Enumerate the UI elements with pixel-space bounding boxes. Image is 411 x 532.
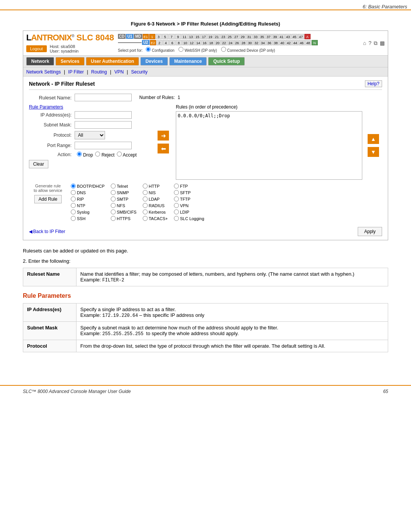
move-down-button[interactable]: ▼ [368,147,379,157]
service-bootpdhcp[interactable]: BOOTP/DHCP [71,184,105,189]
config-radio[interactable] [146,47,151,52]
service-nis[interactable]: NIS [143,190,168,195]
port-9[interactable]: 9 [175,34,181,39]
tab-quick-setup[interactable]: Quick Setup [208,57,245,66]
reject-radio-label[interactable]: Reject [95,152,114,158]
config-radio-label[interactable]: Configuration [146,48,174,53]
service-https[interactable]: HTTPS [111,216,137,221]
port-45[interactable]: 45 [292,34,298,39]
port-48[interactable]: 48 [305,40,311,45]
port-6[interactable]: 6 [169,40,175,45]
port-18[interactable]: 18 [208,40,214,45]
service-smtp[interactable]: SMTP [111,197,137,201]
port-44[interactable]: 44 [292,40,298,45]
subnav-security[interactable]: Security [131,69,147,75]
port-41[interactable]: 41 [279,34,285,39]
add-rule-button[interactable]: Add Rule [34,195,61,203]
tab-devices[interactable]: Devices [140,57,167,66]
service-sftp[interactable]: SFTP [174,190,204,195]
webssh-radio-label[interactable]: WebSSH (DP only) [178,48,217,53]
help-button[interactable]: Help? [365,80,382,87]
port-13[interactable]: 13 [188,34,194,39]
rules-textarea[interactable]: 0.0.0.0/0;All;;Drop [176,111,362,180]
help-icon[interactable]: ? [368,40,371,46]
port-40[interactable]: 40 [279,40,285,45]
port-21[interactable]: 21 [214,34,220,39]
service-ldap[interactable]: LDAP [143,197,168,201]
webssh-radio[interactable] [178,47,183,52]
service-ssh[interactable]: SSH [71,216,105,221]
port-a[interactable]: A [304,34,311,39]
port-3[interactable]: 3 [156,34,162,39]
port-29[interactable]: 29 [240,34,246,39]
port-e1[interactable]: E1 [143,34,149,39]
rule-params-link[interactable]: Rule Parameters [29,104,151,110]
add-rule-arrow-button[interactable]: ➜ [158,131,169,141]
port-14[interactable]: 14 [195,40,201,45]
connected-radio[interactable] [221,47,226,52]
service-rip[interactable]: RIP [71,197,105,201]
ruleset-name-input[interactable] [75,94,132,101]
accept-radio[interactable] [117,152,122,157]
port-15[interactable]: 15 [194,34,201,39]
port-37[interactable]: 37 [266,34,272,39]
protocol-select[interactable]: All TCP UDP ICMP [75,131,105,139]
service-telnet[interactable]: Telnet [111,184,137,189]
port-19[interactable]: 19 [207,34,213,39]
port-4[interactable]: 4 [163,40,169,45]
service-kerberos[interactable]: Kerberos [143,209,168,214]
home-icon[interactable]: ⌂ [363,40,366,46]
port-26[interactable]: 26 [234,40,240,45]
service-smbcifs[interactable]: SMB/CIFS [111,209,137,214]
service-nfs[interactable]: NFS [111,203,137,208]
port-25[interactable]: 25 [227,34,233,39]
service-snmp[interactable]: SNMP [111,190,137,195]
tab-network[interactable]: Network [26,57,54,66]
service-ldip[interactable]: LDIP [174,209,204,214]
drop-radio[interactable] [77,152,82,157]
subnav-vpn[interactable]: VPN [114,69,124,75]
service-vpn[interactable]: VPN [174,203,204,208]
tab-services[interactable]: Services [56,57,84,66]
monitor-icon[interactable]: ▩ [380,40,385,46]
service-tacacs[interactable]: TACACS+ [143,216,168,221]
port-42[interactable]: 42 [286,40,292,45]
port-12[interactable]: 12 [189,40,195,45]
tab-maintenance[interactable]: Maintenance [169,57,207,66]
port-43[interactable]: 43 [285,34,291,39]
port-36[interactable]: 36 [266,40,272,45]
apply-button[interactable]: Apply [358,227,382,236]
port-46[interactable]: 46 [299,40,305,45]
service-slclogging[interactable]: SLC Logging [174,216,204,221]
port-20[interactable]: 20 [215,40,221,45]
port-7[interactable]: 7 [169,34,175,39]
port-8[interactable]: 8 [176,40,182,45]
subnav-routing[interactable]: Routing [91,69,107,75]
drop-radio-label[interactable]: Drop [77,152,93,158]
service-http[interactable]: HTTP [143,184,168,189]
clear-button[interactable]: Clear [29,160,48,168]
port-2[interactable]: 2 [156,40,162,45]
ip-address-input[interactable] [75,111,132,119]
port-16[interactable]: 16 [202,40,208,45]
logout-button[interactable]: Logout [26,45,47,52]
subnet-mask-input[interactable] [75,121,132,129]
port-47[interactable]: 47 [298,34,304,39]
tab-user-authentication[interactable]: User Authentication [86,57,139,66]
service-ftp[interactable]: FTP [174,184,204,189]
subnav-network-settings[interactable]: Network Settings [26,69,61,75]
service-dns[interactable]: DNS [71,190,105,195]
remove-rule-arrow-button[interactable]: ⬅ [158,144,169,153]
port-11[interactable]: 11 [182,34,188,39]
port-23[interactable]: 23 [220,34,226,39]
move-up-button[interactable]: ▲ [368,134,379,144]
service-radius[interactable]: RADIUS [143,203,168,208]
service-ntp[interactable]: NTP [71,203,105,208]
port-5[interactable]: 5 [162,34,168,39]
subnav-ip-filter[interactable]: IP Filter [68,69,84,75]
accept-radio-label[interactable]: Accept [117,152,137,158]
port-35[interactable]: 35 [259,34,265,39]
grid-icon[interactable]: ⧉ [374,40,378,46]
port-31[interactable]: 31 [246,34,252,39]
port-32[interactable]: 32 [253,40,260,45]
